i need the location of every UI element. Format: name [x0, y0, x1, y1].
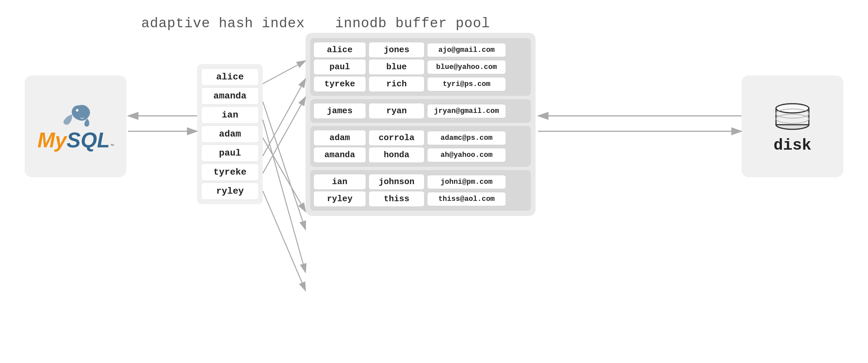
mysql-dolphin-icon: [56, 102, 95, 128]
hash-row-tyreke: tyreke: [201, 163, 259, 181]
disk-icon: [773, 98, 812, 131]
bp-cell-amanda-first: amanda: [313, 147, 366, 163]
bp-cell-adam-last: corrola: [369, 130, 425, 146]
arrow-tyreke-to-bp: [263, 97, 306, 173]
bp-cell-amanda-email: ah@yahoo.com: [427, 148, 506, 162]
bp-cell-paul-last: blue: [369, 59, 425, 75]
bp-cell-alice-first: alice: [313, 42, 366, 58]
arrow-ryley-to-bp: [263, 191, 306, 291]
bp-cell-james-email: jryan@gmail.com: [427, 104, 506, 118]
adaptive-hash-index-label: adaptive hash index: [141, 16, 305, 32]
bp-cell-tyreke-email: tyri@ps.com: [427, 77, 506, 91]
bp-cell-ryley-first: ryley: [313, 191, 366, 207]
bp-row-paul: paul blue blue@yahoo.com: [313, 59, 528, 75]
arrow-paul-to-bp: [263, 79, 306, 156]
bp-cell-ian-first: ian: [313, 174, 366, 190]
hash-row-adam: adam: [201, 125, 259, 143]
bp-cell-paul-email: blue@yahoo.com: [427, 60, 506, 74]
mysql-text: My SQL ™: [37, 130, 114, 151]
hash-row-ryley: ryley: [201, 183, 259, 200]
arrow-ian-to-bp: [263, 120, 306, 272]
bp-cell-adam-first: adam: [313, 130, 366, 146]
bp-cell-adam-email: adamc@ps.com: [427, 131, 506, 145]
bp-cell-paul-first: paul: [313, 59, 366, 75]
bp-cell-amanda-last: honda: [369, 147, 425, 163]
bp-cell-james-last: ryan: [369, 103, 425, 119]
bp-cell-alice-email: ajo@gmail.com: [427, 43, 506, 57]
diagram-container: adaptive hash index innodb buffer pool M…: [0, 0, 868, 363]
bp-group-2: james ryan jryan@gmail.com: [310, 99, 531, 123]
bp-cell-alice-last: jones: [369, 42, 425, 58]
mysql-box: My SQL ™: [25, 75, 126, 177]
bp-row-ian: ian johnson johni@pm.com: [313, 174, 528, 190]
mysql-sql: SQL: [67, 130, 110, 151]
arrow-adam-to-bp: [263, 138, 306, 212]
hash-row-ian: ian: [201, 106, 259, 124]
svg-point-3: [776, 104, 809, 113]
bp-cell-ryley-last: thiss: [369, 191, 425, 207]
bp-row-tyreke: tyreke rich tyri@ps.com: [313, 76, 528, 92]
bp-row-alice: alice jones ajo@gmail.com: [313, 42, 528, 58]
bp-group-3: adam corrola adamc@ps.com amanda honda a…: [310, 126, 531, 167]
bp-cell-tyreke-first: tyreke: [313, 76, 366, 92]
svg-point-0: [76, 109, 79, 111]
bp-row-james: james ryan jryan@gmail.com: [313, 103, 528, 119]
mysql-logo: My SQL ™: [37, 102, 114, 151]
disk-box: disk: [742, 75, 843, 177]
arrow-amanda-to-bp: [263, 102, 306, 230]
hash-index-box: alice amanda ian adam paul tyreke ryley: [197, 64, 263, 204]
bp-cell-tyreke-last: rich: [369, 76, 425, 92]
bp-group-1: alice jones ajo@gmail.com paul blue blue…: [310, 38, 531, 96]
arrow-alice-to-bp: [263, 61, 306, 84]
bp-row-adam: adam corrola adamc@ps.com: [313, 130, 528, 146]
mysql-my: My: [37, 130, 67, 151]
bp-cell-ian-last: johnson: [369, 174, 425, 190]
bp-row-amanda: amanda honda ah@yahoo.com: [313, 147, 528, 163]
hash-row-amanda: amanda: [201, 87, 259, 105]
bp-cell-james-first: james: [313, 103, 366, 119]
buffer-pool-box: alice jones ajo@gmail.com paul blue blue…: [306, 33, 535, 216]
disk-label: disk: [773, 136, 811, 154]
hash-row-alice: alice: [201, 68, 259, 86]
mysql-tm: ™: [111, 144, 114, 149]
bp-row-ryley: ryley thiss thiss@aol.com: [313, 191, 528, 207]
bp-cell-ryley-email: thiss@aol.com: [427, 192, 506, 206]
bp-cell-ian-email: johni@pm.com: [427, 175, 506, 189]
innodb-buffer-pool-label: innodb buffer pool: [335, 16, 490, 32]
hash-row-paul: paul: [201, 144, 259, 162]
bp-group-4: ian johnson johni@pm.com ryley thiss thi…: [310, 170, 531, 211]
